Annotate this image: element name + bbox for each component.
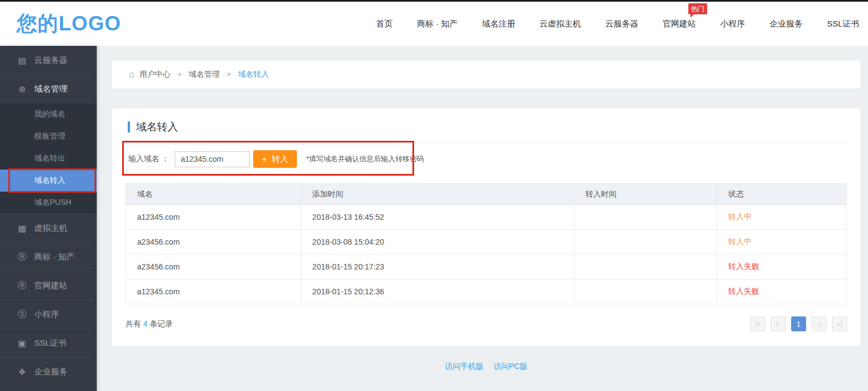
nav-item-cloud-server[interactable]: 云服务器 [605,19,639,29]
sidebar-subitem-label: 域名转入 [34,176,65,186]
pagination-page-1-button[interactable]: 1 [791,316,806,331]
pagination-last-button[interactable]: »| [832,316,847,331]
pagination-next-button[interactable]: ›| [812,316,827,331]
breadcrumb-domain-management[interactable]: 域名管理 [189,70,219,80]
domain-input[interactable] [175,151,250,167]
sidebar-item-label: 企业服务 [34,367,67,377]
record-count: 共有4条记录 [126,319,173,329]
nav-item-cloud-vhost[interactable]: 云虚拟主机 [540,19,581,29]
nav-item-home[interactable]: 首页 [376,19,393,29]
nav-item-enterprise[interactable]: 企业服务 [770,19,803,29]
cell-transfer-time [574,279,717,304]
column-header-status: 状态 [717,184,847,205]
home-icon: ⌂ [129,69,134,80]
cell-added-time: 2018-01-15 20:17:23 [301,255,574,279]
cell-transfer-time [574,255,717,279]
footer-links: 访问手机版 访问PC版 [112,362,860,372]
record-count-number: 4 [143,319,148,328]
sidebar-item-enterprise[interactable]: ❖ 企业服务 [0,357,97,386]
sidebar-item-virtual-host[interactable]: ▦ 虚拟主机 [0,214,97,242]
pagination-first-button[interactable]: |« [750,316,765,331]
pagination-prev-button[interactable]: |‹ [771,316,786,331]
transfer-in-button[interactable]: + 转入 [253,150,297,168]
transfer-form-row: 输入域名 ： + 转入 *填写域名并确认信息后输入转移密码 [126,142,847,176]
sidebar-subitem-domain-transfer-out[interactable]: 域名转出 [0,147,97,170]
sidebar-item-domain-management[interactable]: ⊕ 域名管理 [0,75,97,103]
plus-icon: + [262,155,267,164]
page-title: 域名转入 [136,120,178,134]
cell-domain: a12345.com [126,279,301,304]
title-accent-bar [128,121,130,133]
status-badge: 转入中 [717,205,847,230]
record-count-prefix: 共有 [126,319,141,328]
domain-transfer-panel: 域名转入 输入域名 ： + 转入 *填写域名并确认信息后输入转移密码 域名 添加… [112,108,860,346]
website-icon: ⓔ [17,280,27,292]
table-header-row: 域名 添加时间 转入时间 状态 [126,184,847,205]
status-badge: 转入失败 [717,279,847,304]
nav-item-miniprogram[interactable]: 小程序 [720,19,745,29]
sidebar-item-cloud-server[interactable]: ▤ 云服务器 [0,46,97,75]
table-row: a23456.com 2018-01-15 20:17:23 转入失败 [126,255,847,279]
transfer-records-table: 域名 添加时间 转入时间 状态 a12345.com 2018-03-13 16… [126,183,847,304]
table-row: a23456.com 2018-03-08 15:04:20 转入中 [126,230,847,255]
sidebar-subitem-my-domains[interactable]: 我的域名 [0,103,97,125]
site-logo[interactable]: 您的LOGO [17,10,121,38]
cell-added-time: 2018-03-13 16:45:52 [301,205,574,230]
nav-item-ssl[interactable]: SSL证书 [827,19,859,29]
nav-item-website-build[interactable]: 官网建站 热门 [663,19,696,29]
sidebar-item-ssl[interactable]: ▣ SSL证书 [0,329,97,357]
enterprise-icon: ❖ [17,367,27,377]
domain-management-submenu: 我的域名 模板管理 域名转出 域名转入 域名PUSH [0,103,97,214]
form-note: *填写域名并确认信息后输入转移密码 [306,154,424,164]
breadcrumb-separator: > [177,71,181,78]
pc-version-link[interactable]: 访问PC版 [494,362,527,371]
top-header: 您的LOGO 首页 商标 · 知产 域名注册 云虚拟主机 云服务器 官网建站 热… [0,2,868,46]
trademark-icon: Ⓡ [17,251,27,263]
breadcrumb: ⌂ 用户中心 > 域名管理 > 域名转入 [112,61,860,88]
sidebar-item-label: 官网建站 [34,281,67,291]
record-count-suffix: 条记录 [150,319,173,328]
sidebar-item-miniprogram[interactable]: ⓢ 小程序 [0,300,97,329]
cell-transfer-time [574,205,717,230]
column-header-domain: 域名 [126,184,301,205]
server-icon: ▤ [17,55,27,66]
table-row: a12345.com 2018-01-15 20:12:36 转入失败 [126,279,847,304]
sidebar-subitem-domain-transfer-in[interactable]: 域名转入 [0,170,97,192]
sidebar-item-label: 商标 · 知产 [34,252,75,262]
domain-input-label: 输入域名 ： [128,154,169,164]
breadcrumb-user-center[interactable]: 用户中心 [139,70,170,80]
mobile-version-link[interactable]: 访问手机版 [445,362,484,371]
sidebar-item-website-build[interactable]: ⓔ 官网建站 [0,271,97,300]
globe-icon: ⊕ [17,84,27,94]
panel-title-row: 域名转入 [126,108,847,142]
sidebar-item-label: 云服务器 [34,55,67,66]
nav-item-website-build-label: 官网建站 [663,19,696,28]
top-nav: 首页 商标 · 知产 域名注册 云虚拟主机 云服务器 官网建站 热门 小程序 企… [376,19,859,29]
sidebar-subitem-template-management[interactable]: 模板管理 [0,125,97,147]
cell-domain: a12345.com [126,205,301,230]
table-row: a12345.com 2018-03-13 16:45:52 转入中 [126,205,847,230]
pagination: |« |‹ 1 ›| »| [750,316,847,331]
sidebar-item-label: 虚拟主机 [34,223,67,234]
column-header-transfer-time: 转入时间 [574,184,717,205]
sidebar-subitem-domain-push[interactable]: 域名PUSH [0,192,97,214]
cell-domain: a23456.com [126,255,301,279]
main-content: ⌂ 用户中心 > 域名管理 > 域名转入 域名转入 输入域名 ： + 转入 *填… [97,46,868,372]
nav-item-trademark[interactable]: 商标 · 知产 [417,19,457,29]
sidebar-item-label: 小程序 [34,309,59,320]
sidebar-item-label: 域名管理 [34,84,67,94]
cell-transfer-time [574,230,717,255]
cell-added-time: 2018-03-08 15:04:20 [301,230,574,255]
nav-item-domain-register[interactable]: 域名注册 [482,19,515,29]
cell-added-time: 2018-01-15 20:12:36 [301,279,574,304]
cell-domain: a23456.com [126,230,301,255]
status-badge: 转入失败 [717,255,847,279]
breadcrumb-domain-transfer-in[interactable]: 域名转入 [238,70,269,80]
sidebar-item-label: SSL证书 [34,338,66,348]
sidebar-item-trademark[interactable]: Ⓡ 商标 · 知产 [0,242,97,271]
column-header-added-time: 添加时间 [301,184,574,205]
certificate-icon: ▣ [17,338,27,348]
status-badge: 转入中 [717,230,847,255]
transfer-in-button-label: 转入 [272,154,289,165]
hot-badge: 热门 [688,3,707,14]
